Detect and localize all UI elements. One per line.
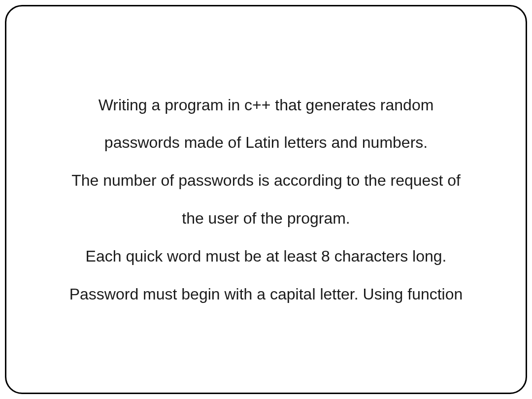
document-card: Writing a program in c++ that generates … [5, 5, 527, 394]
text-line: Writing a program in c++ that generates … [69, 86, 463, 124]
text-line: The number of passwords is according to … [69, 162, 463, 200]
text-line: Password must begin with a capital lette… [69, 275, 463, 313]
document-body: Writing a program in c++ that generates … [69, 86, 463, 313]
text-line: Each quick word must be at least 8 chara… [69, 237, 463, 275]
text-line: passwords made of Latin letters and numb… [69, 124, 463, 162]
text-line: the user of the program. [69, 200, 463, 237]
